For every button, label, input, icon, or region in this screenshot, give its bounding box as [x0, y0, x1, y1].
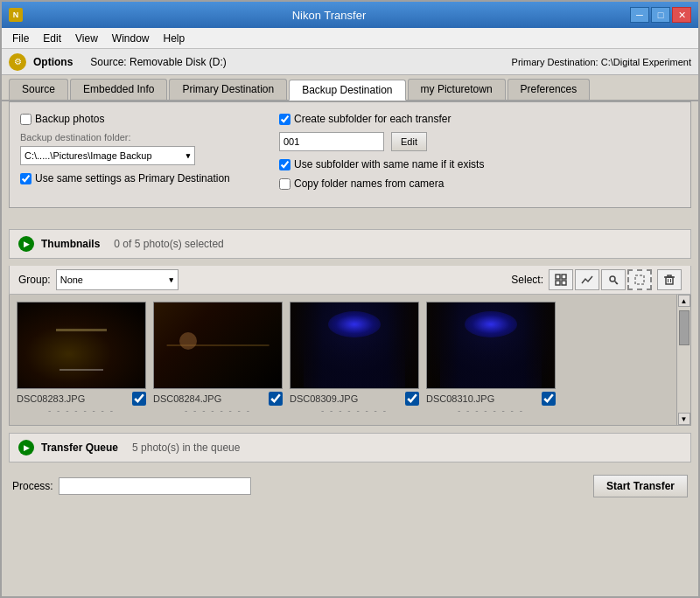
tab-bar: Source Embedded Info Primary Destination… [2, 75, 698, 101]
select-all-icon [634, 275, 645, 285]
group-label: Group: [18, 274, 51, 286]
photo-select-checkbox[interactable] [405, 392, 419, 406]
queue-icon: ▶ [18, 440, 34, 455]
queue-title: Transfer Queue [41, 442, 118, 454]
thumbnails-count: 0 of 5 photo(s) selected [114, 238, 223, 250]
corridor-right [523, 302, 556, 388]
same-settings-checkbox-label[interactable]: Use same settings as Primary Destination [20, 172, 248, 184]
transfer-queue-bar: ▶ Transfer Queue 5 photo(s) in the queue [9, 433, 691, 462]
photo-thumb[interactable] [290, 302, 419, 389]
delete-button[interactable] [657, 269, 682, 290]
thumbnails-icon: ▶ [18, 236, 34, 252]
tab-embedded-info[interactable]: Embedded Info [70, 79, 167, 100]
options-icon: ⚙ [9, 53, 26, 71]
options-label: Options [33, 56, 73, 68]
key-button[interactable] [601, 269, 626, 290]
copy-folder-checkbox[interactable] [279, 178, 290, 190]
process-left: Process: [12, 477, 251, 495]
photo-name: DSC08310.JPG [426, 393, 494, 404]
backup-photos-checkbox[interactable] [20, 114, 32, 125]
subfolder-same-name-checkbox[interactable] [279, 159, 290, 170]
photo-thumb[interactable] [153, 302, 283, 389]
chart-view-button[interactable] [575, 269, 599, 290]
photo-select-checkbox[interactable] [269, 392, 283, 406]
svg-rect-2 [556, 281, 560, 285]
tab-preferences[interactable]: Preferences [508, 79, 591, 100]
copy-folder-label[interactable]: Copy folder names from camera [279, 177, 444, 190]
folder-select[interactable]: C:\.....\Pictures\Image Backup [20, 146, 195, 165]
process-label: Process: [12, 480, 53, 492]
photo-item: DSC08309.JPG - - - - - - - - [290, 302, 419, 418]
photo-detail2 [179, 332, 197, 350]
group-select-wrapper: None Date Folder ▼ [56, 269, 178, 290]
process-bar: Process: Start Transfer [2, 469, 698, 503]
photo-thumb[interactable] [426, 302, 556, 389]
scroll-up-button[interactable]: ▲ [678, 295, 690, 307]
photo-item: DSC08283.JPG - - - - - - - - [17, 302, 146, 418]
window-controls: ─ □ ✕ [630, 7, 691, 23]
chart-icon [581, 274, 593, 286]
menu-window[interactable]: Window [105, 31, 157, 46]
menu-view[interactable]: View [68, 31, 105, 46]
select-all-button[interactable] [627, 269, 652, 290]
svg-rect-7 [635, 275, 644, 284]
photo-dashes: - - - - - - - - [321, 406, 388, 415]
queue-count: 5 photo(s) in the queue [132, 442, 240, 454]
photo-select-checkbox[interactable] [542, 392, 556, 406]
options-bar: ⚙ Options Source: Removable Disk (D:) Pr… [2, 49, 698, 75]
scroll-down-button[interactable]: ▼ [678, 413, 690, 425]
menu-help[interactable]: Help [157, 31, 192, 46]
subfolder-same-name-label[interactable]: Use subfolder with same name if it exist… [279, 158, 484, 170]
edit-button[interactable]: Edit [391, 132, 427, 151]
subfolder-input[interactable] [279, 132, 384, 151]
subfolder-same-name-row: Use subfolder with same name if it exist… [279, 158, 680, 170]
app-icon: N [9, 8, 23, 22]
scroll-thumb[interactable] [679, 310, 690, 345]
create-subfolder-label[interactable]: Create subfolder for each transfer [279, 113, 451, 125]
same-settings-row: Use same settings as Primary Destination [20, 172, 248, 184]
close-button[interactable]: ✕ [672, 7, 691, 23]
photo-item: DSC08284.JPG - - - - - - - - [153, 302, 283, 418]
folder-section: Backup destination folder: C:\.....\Pict… [20, 132, 248, 165]
select-buttons [549, 269, 682, 290]
photo-name: DSC08284.JPG [153, 393, 221, 404]
photo-thumb[interactable] [17, 302, 146, 389]
photo-info: DSC08283.JPG [17, 392, 146, 406]
minimize-button[interactable]: ─ [630, 7, 649, 23]
backup-panel: Backup photos Backup destination folder:… [9, 101, 691, 208]
corridor-left [290, 302, 323, 388]
photo-name: DSC08309.JPG [290, 393, 358, 404]
thumbnails-title: Thumbnails [41, 238, 100, 250]
svg-line-6 [616, 282, 617, 284]
menu-edit[interactable]: Edit [36, 31, 68, 46]
process-input[interactable] [59, 477, 251, 495]
create-subfolder-checkbox[interactable] [279, 114, 290, 125]
panel-spacer [2, 208, 698, 222]
start-transfer-button[interactable]: Start Transfer [593, 475, 688, 497]
thumbnails-bar: ▶ Thumbnails 0 of 5 photo(s) selected [9, 229, 691, 259]
grid-view-button[interactable] [549, 269, 573, 290]
app-title: Nikon Transfer [28, 9, 630, 22]
maximize-button[interactable]: □ [651, 7, 670, 23]
folder-select-wrapper: C:\.....\Pictures\Image Backup ▼ [20, 146, 195, 165]
svg-rect-10 [668, 275, 671, 277]
blue-light [328, 311, 381, 337]
tab-source[interactable]: Source [9, 79, 68, 100]
photo-scrollbar: ▲ ▼ [676, 295, 690, 425]
photo-info: DSC08284.JPG [153, 392, 283, 406]
grid-icon [555, 274, 567, 286]
folder-label: Backup destination folder: [20, 132, 248, 143]
menubar: File Edit View Window Help [2, 28, 698, 49]
tab-my-picturetown[interactable]: my Picturetown [408, 79, 506, 100]
photo-select-checkbox[interactable] [132, 392, 146, 406]
tab-backup-destination[interactable]: Backup Destination [289, 80, 405, 101]
menu-file[interactable]: File [5, 31, 36, 46]
corridor-right [387, 302, 419, 388]
backup-photos-checkbox-label[interactable]: Backup photos [20, 113, 104, 125]
tab-primary-destination[interactable]: Primary Destination [169, 79, 287, 100]
same-settings-checkbox[interactable] [20, 173, 32, 184]
svg-rect-3 [562, 281, 566, 285]
photo-dashes: - - - - - - - - [48, 406, 115, 415]
group-select[interactable]: None Date Folder [56, 269, 178, 290]
source-label: Source: Removable Disk (D:) [90, 56, 226, 68]
